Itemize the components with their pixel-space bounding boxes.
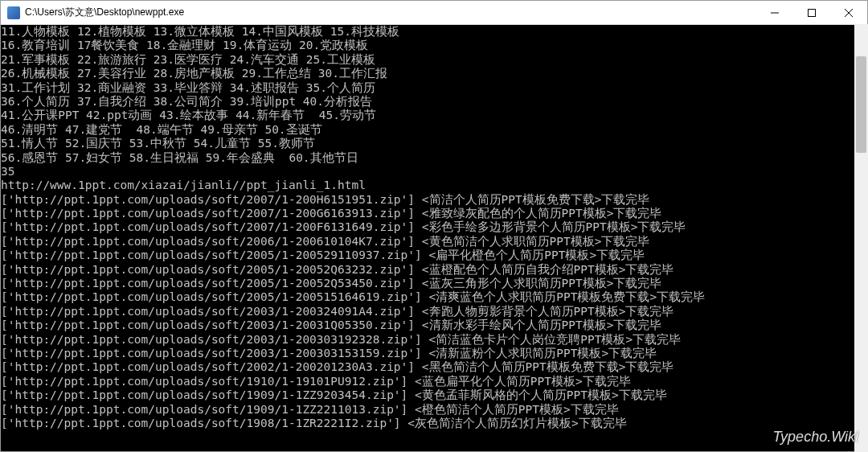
console-line: ['http://ppt.1ppt.com/uploads/soft/1908/… [1,417,867,430]
console-line: ['http://ppt.1ppt.com/uploads/soft/2003/… [1,305,867,318]
console-line: ['http://ppt.1ppt.com/uploads/soft/2005/… [1,263,867,277]
console-line: ['http://ppt.1ppt.com/uploads/soft/1909/… [1,403,867,417]
watermark-text: Typecho.Wiki [772,429,858,446]
console-line: ['http://ppt.1ppt.com/uploads/soft/1910/… [1,375,867,388]
console-line: ['http://ppt.1ppt.com/uploads/soft/2006/… [1,235,867,249]
svg-rect-1 [809,9,816,16]
scrollbar-thumb[interactable] [856,56,866,153]
console-line: 26.机械模板 27.美容行业 28.房地产模板 29.工作总结 30.工作汇报 [1,67,867,80]
console-line: 41.公开课PPT 42.ppt动画 43.绘本故事 44.新年春节 45.劳动… [1,109,867,122]
console-line: ['http://ppt.1ppt.com/uploads/soft/2005/… [1,277,867,290]
console-line: 35 [1,165,867,179]
app-window: C:\Users\苏文意\Desktop\newppt.exe 11.人物模板 … [0,0,868,452]
console-line: ['http://ppt.1ppt.com/uploads/soft/2005/… [1,249,867,262]
console-line: ['http://ppt.1ppt.com/uploads/soft/2007/… [1,207,867,220]
window-title: C:\Users\苏文意\Desktop\newppt.exe [25,6,756,19]
console-line: 21.军事模板 22.旅游旅行 23.医学医疗 24.汽车交通 25.工业模板 [1,53,867,67]
close-button[interactable] [830,1,867,25]
minimize-button[interactable] [756,1,793,25]
console-line: 51.情人节 52.国庆节 53.中秋节 54.儿童节 55.教师节 [1,137,867,150]
console-line: 46.清明节 47.建党节 48.端午节 49.母亲节 50.圣诞节 [1,123,867,137]
console-line: 56.感恩节 57.妇女节 58.生日祝福 59.年会盛典 60.其他节日 [1,151,867,165]
vertical-scrollbar[interactable] [854,24,868,452]
console-line: ['http://ppt.1ppt.com/uploads/soft/2003/… [1,318,867,332]
console-line: 16.教育培训 17餐饮美食 18.金融理财 19.体育运动 20.党政模板 [1,39,867,52]
console-output[interactable]: 11.人物模板 12.植物模板 13.微立体模板 14.中国风模板 15.科技模… [1,25,867,451]
console-line: ['http://ppt.1ppt.com/uploads/soft/2002/… [1,360,867,374]
console-line: ['http://ppt.1ppt.com/uploads/soft/2005/… [1,290,867,304]
console-line: http://www.1ppt.com/xiazai/jianli//ppt_j… [1,179,867,192]
console-line: ['http://ppt.1ppt.com/uploads/soft/1909/… [1,388,867,402]
console-line: ['http://ppt.1ppt.com/uploads/soft/2003/… [1,333,867,347]
app-icon [7,6,20,19]
titlebar[interactable]: C:\Users\苏文意\Desktop\newppt.exe [1,1,867,25]
console-line: 31.工作计划 32.商业融资 33.毕业答辩 34.述职报告 35.个人简历 [1,81,867,95]
maximize-button[interactable] [793,1,830,25]
console-line: 11.人物模板 12.植物模板 13.微立体模板 14.中国风模板 15.科技模… [1,25,867,39]
console-line: ['http://ppt.1ppt.com/uploads/soft/2003/… [1,347,867,360]
console-line: ['http://ppt.1ppt.com/uploads/soft/2007/… [1,220,867,234]
window-controls [756,1,867,25]
console-line: ['http://ppt.1ppt.com/uploads/soft/2007/… [1,193,867,207]
console-line: 36.个人简历 37.自我介绍 38.公司简介 39.培训ppt 40.分析报告 [1,95,867,109]
